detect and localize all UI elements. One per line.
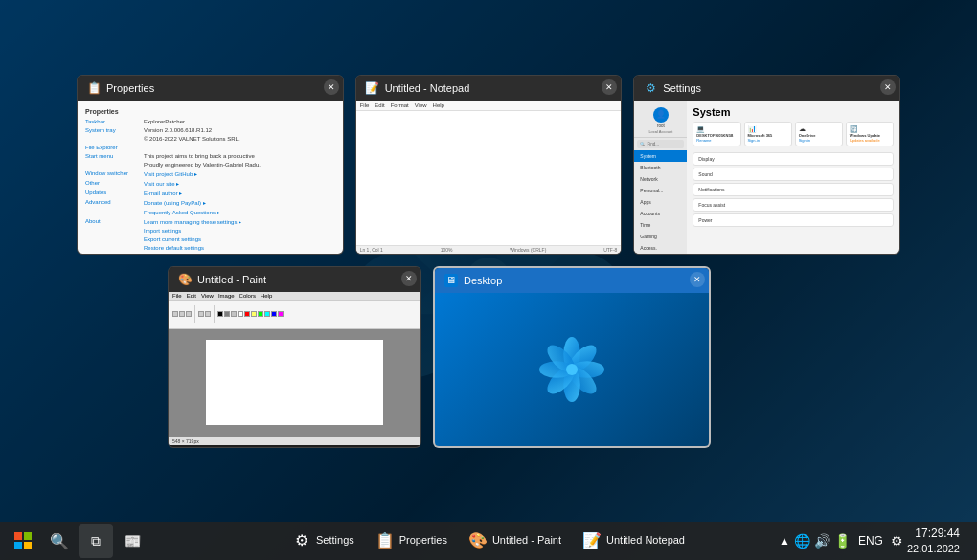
settings-item-notifications: Notifications	[693, 183, 894, 196]
settings-card-winupdate: 🔄 Windows Update Updates available	[846, 122, 894, 146]
paint-icon: 🎨	[178, 273, 192, 286]
settings-item-power: Power	[693, 213, 894, 227]
settings-nav-accounts[interactable]: Accounts	[634, 208, 687, 219]
window-thumb-properties-header: 📋 Properties ✕	[78, 76, 343, 101]
settings-card-onedrive: ☁ OneDrive Sign in	[795, 122, 843, 146]
taskview-button[interactable]: ⧉	[79, 524, 113, 558]
window-thumb-settings-header: ⚙ Settings ✕	[634, 76, 899, 101]
window-thumb-notepad[interactable]: 📝 Untitled - Notepad ✕ FileEditFormatVie…	[355, 75, 623, 255]
taskbar-time: 17:29:44	[907, 526, 960, 542]
notepad-icon: 📝	[366, 81, 379, 95]
taskbar-settings-icon: ⚙	[292, 530, 311, 549]
taskbar-center: ⚙ Settings 📋 Properties 🎨 Untitled - Pai…	[283, 526, 694, 555]
settings-icon: ⚙	[644, 81, 657, 95]
notepad-title: Untitled - Notepad	[385, 82, 470, 94]
settings-sidebar: 👤 root Local Account 🔍 Find... System Bl…	[634, 101, 687, 254]
paint-canvas-size: 548 × 719px	[172, 438, 199, 444]
gear-icon[interactable]: ⚙	[891, 533, 903, 549]
taskbar-right: ▲ 🌐 🔊 🔋 ENG ⚙ 17:29:44 22.01.2022	[779, 524, 971, 558]
settings-system-title: System	[693, 106, 894, 118]
search-icon: 🔍	[50, 532, 69, 550]
taskbar-settings-label: Settings	[316, 534, 354, 546]
taskbar-app-notepad[interactable]: 📝 Untitled Notepad	[573, 526, 694, 555]
window-thumb-desktop-header: 🖥 Desktop ✕	[435, 268, 709, 293]
volume-icon[interactable]: 🔊	[814, 533, 830, 549]
taskbar-date: 22.01.2022	[907, 542, 960, 556]
svg-point-17	[566, 364, 578, 375]
taskbar-sys-icons: ▲ 🌐 🔊 🔋	[779, 533, 851, 549]
properties-content: Properties TaskbarExplorerPatcher System…	[78, 101, 343, 254]
settings-close-button[interactable]: ✕	[880, 79, 896, 95]
chevron-up-icon[interactable]: ▲	[779, 534, 790, 548]
settings-avatar: 👤	[653, 107, 669, 123]
settings-title: Settings	[663, 82, 701, 94]
settings-nav-personalization[interactable]: Personal...	[634, 185, 687, 196]
notepad-status-bar: Ln 1, Col 1 100% Windows (CRLF) UTF-8	[356, 245, 622, 254]
taskview-overlay[interactable]: 📋 Properties ✕ Properties TaskbarExplore…	[0, 0, 977, 522]
widgets-button[interactable]: 📰	[115, 524, 149, 558]
desktop-thumb-title: Desktop	[464, 275, 502, 286]
taskbar-paint-icon: 🎨	[468, 530, 488, 549]
taskbar-properties-label: Properties	[399, 534, 447, 546]
settings-nav-accessibility[interactable]: Access.	[634, 242, 687, 254]
paint-close-button[interactable]: ✕	[401, 271, 417, 286]
svg-rect-18	[14, 532, 22, 540]
taskbar-clock[interactable]: 17:29:44 22.01.2022	[907, 526, 960, 556]
notepad-content: FileEditFormatViewHelp Ln 1, Col 1 100% …	[356, 101, 622, 254]
desktop-thumbnail-content	[435, 293, 709, 446]
properties-icon: 📋	[87, 81, 101, 95]
settings-nav-gaming[interactable]: Gaming	[634, 231, 687, 242]
settings-card-ms365: 📊 Microsoft 365 Sign-in	[744, 122, 792, 146]
settings-nav-time[interactable]: Time	[634, 219, 687, 231]
window-thumb-notepad-header: 📝 Untitled - Notepad ✕	[356, 76, 622, 101]
window-thumb-paint-header: 🎨 Untitled - Paint ✕	[169, 267, 420, 292]
settings-nav-network[interactable]: Network	[634, 173, 687, 185]
settings-item-focus: Focus assist	[693, 198, 894, 212]
svg-rect-20	[14, 542, 22, 549]
svg-rect-21	[24, 542, 32, 549]
settings-nav-system[interactable]: System	[634, 150, 687, 162]
window-thumb-properties[interactable]: 📋 Properties ✕ Properties TaskbarExplore…	[77, 75, 344, 255]
settings-card-desktop: 💻 DESKTOP-605KN5B Rename	[693, 122, 740, 146]
show-desktop-button[interactable]	[967, 524, 971, 558]
taskbar: 🔍 ⧉ 📰 ⚙ Settings 📋 Properties 🎨 Untitled…	[0, 522, 977, 560]
settings-item-sound: Sound	[693, 168, 894, 181]
notepad-text-area	[356, 111, 622, 245]
desktop-close-button[interactable]: ✕	[690, 272, 705, 287]
paint-canvas	[206, 340, 382, 426]
paint-toolbar	[169, 301, 420, 329]
taskbar-notepad-icon: 📝	[582, 530, 602, 549]
settings-nav-apps[interactable]: Apps	[634, 196, 687, 208]
taskbar-paint-label: Untitled - Paint	[492, 534, 561, 546]
battery-icon: 🔋	[834, 533, 851, 549]
settings-content: 👤 root Local Account 🔍 Find... System Bl…	[634, 101, 899, 254]
settings-nav-bluetooth[interactable]: Bluetooth	[634, 162, 687, 173]
network-icon[interactable]: 🌐	[794, 533, 810, 549]
notepad-close-button[interactable]: ✕	[602, 79, 617, 95]
taskbar-app-paint[interactable]: 🎨 Untitled - Paint	[459, 526, 571, 555]
taskbar-left: 🔍 ⧉ 📰	[6, 524, 149, 558]
window-thumb-paint[interactable]: 🎨 Untitled - Paint ✕ FileEditViewImageCo…	[168, 266, 421, 448]
window-thumb-desktop[interactable]: 🖥 Desktop ✕	[433, 266, 711, 448]
paint-title: Untitled - Paint	[197, 274, 266, 285]
start-button[interactable]	[6, 524, 40, 558]
properties-title: Properties	[106, 82, 154, 94]
settings-user-bar: 👤 root Local Account	[634, 104, 687, 138]
paint-content: FileEditViewImageColorsHelp	[169, 292, 420, 445]
language-label[interactable]: ENG	[858, 534, 883, 548]
notepad-menu: FileEditFormatViewHelp	[356, 101, 622, 111]
settings-item-display: Display	[693, 152, 894, 166]
taskbar-properties-icon: 📋	[375, 530, 395, 549]
svg-rect-19	[24, 532, 32, 540]
settings-cards: 💻 DESKTOP-605KN5B Rename 📊 Microsoft 365…	[693, 122, 894, 146]
taskbar-app-settings[interactable]: ⚙ Settings	[283, 526, 364, 555]
properties-close-button[interactable]: ✕	[324, 79, 339, 95]
taskview-icon: ⧉	[91, 533, 101, 549]
widgets-icon: 📰	[125, 533, 141, 549]
settings-main-panel: System 💻 DESKTOP-605KN5B Rename 📊 Micros…	[687, 101, 899, 254]
taskbar-notepad-label: Untitled Notepad	[606, 534, 685, 546]
search-button[interactable]: 🔍	[42, 524, 77, 558]
taskbar-app-properties[interactable]: 📋 Properties	[366, 526, 457, 555]
window-thumb-settings[interactable]: ⚙ Settings ✕ 👤 root Local Account 🔍 Find…	[633, 75, 900, 255]
desktop-thumb-icon: 🖥	[444, 274, 458, 287]
